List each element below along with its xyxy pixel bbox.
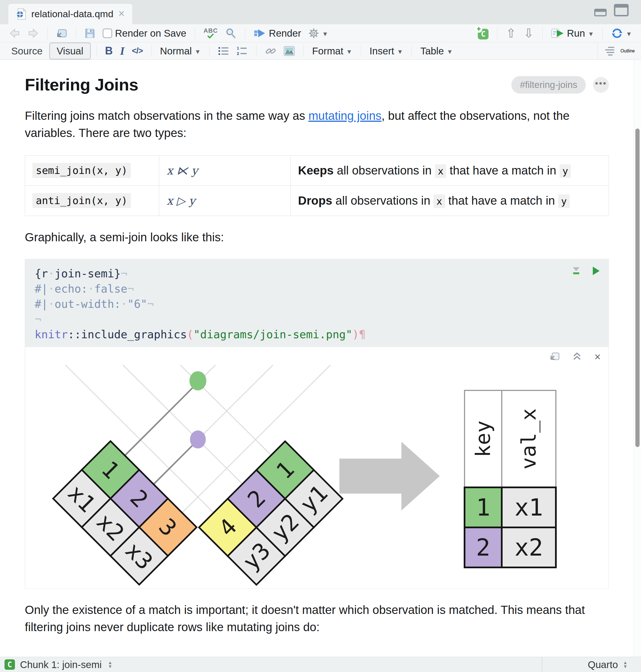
run-label: Run (567, 28, 585, 39)
run-chunk-button[interactable] (592, 264, 600, 279)
link-icon (265, 46, 276, 56)
section-anchor-badge: #filtering-joins (512, 76, 586, 94)
gear-icon (309, 28, 319, 39)
tab-relational-data[interactable]: relational-data.qmd × (8, 3, 133, 24)
forward-button[interactable] (25, 27, 42, 40)
chevron-down-icon: ▼ (447, 46, 453, 56)
semi-join-math: x ⋉ y (159, 155, 291, 186)
mutating-joins-link[interactable]: mutating joins (309, 109, 381, 122)
vertical-scrollbar[interactable] (634, 60, 641, 657)
svg-text:2: 2 (476, 534, 490, 561)
visual-mode-button[interactable]: Visual (49, 43, 91, 59)
maximize-icon[interactable] (614, 4, 629, 16)
tab-bar: relational-data.qmd × (0, 0, 641, 24)
spellcheck-button[interactable]: ABC (201, 27, 221, 40)
run-button[interactable]: Run ▼ (548, 27, 597, 40)
result-header-key: key (471, 421, 495, 457)
save-button[interactable] (82, 27, 98, 40)
chunk-line: ¬ (35, 312, 600, 327)
rerun-icon (611, 28, 623, 39)
rerun-button[interactable]: ▼ (608, 27, 635, 40)
paragraph-style-select[interactable]: Normal ▼ (157, 44, 204, 58)
show-in-new-window-button[interactable] (550, 352, 560, 362)
chevron-down-icon: ▼ (194, 46, 201, 56)
editor-pane: Filtering Joins #filtering-joins ••• Fil… (0, 60, 641, 657)
outline-label: Outline (620, 49, 635, 54)
svg-text:1: 1 (476, 494, 490, 521)
numbered-list-icon: 1 2 (236, 46, 248, 56)
bullet-list-icon (218, 46, 229, 56)
forward-arrow-icon (28, 28, 39, 38)
find-replace-button[interactable] (222, 27, 239, 40)
render-settings-button[interactable]: ▼ (305, 27, 331, 40)
code-icon: </> (132, 46, 143, 56)
collapse-output-button[interactable] (573, 352, 582, 362)
join-types-table: semi_join(x, y) x ⋉ y Keeps all observat… (25, 155, 609, 216)
quarto-file-icon (16, 8, 26, 20)
run-icon (551, 28, 564, 38)
navigate-next-chunk-button[interactable]: ⇩ (521, 25, 537, 41)
table-row-semi-join[interactable]: semi_join(x, y) x ⋉ y Keeps all observat… (25, 155, 609, 186)
save-icon (84, 28, 95, 39)
code-chunk: {r·join-semi}¬ #|·echo:·false¬ #|·out-wi… (25, 259, 609, 589)
italic-icon: I (120, 44, 125, 57)
chevron-down-icon: ▼ (346, 46, 352, 56)
closing-paragraph: Only the existence of a match is importa… (25, 602, 609, 636)
open-in-new-window-button[interactable] (53, 27, 70, 40)
source-mode-button[interactable]: Source (6, 43, 47, 59)
insert-image-button[interactable] (281, 45, 298, 57)
insert-chunk-button[interactable]: C + (473, 26, 491, 41)
bullet-list-button[interactable] (215, 45, 232, 57)
code-format-button[interactable]: </> (129, 45, 146, 57)
close-output-icon[interactable]: × (595, 352, 601, 362)
page-title: Filtering Joins (25, 75, 138, 94)
chevron-down-icon: ▼ (588, 29, 594, 38)
document-mode-selector[interactable]: Quarto ▲▼ (542, 657, 641, 672)
rstudio-window: relational-data.qmd × (0, 0, 641, 672)
outline-toggle[interactable]: Outline (598, 42, 635, 60)
semi-join-code: semi_join(x, y) (32, 163, 131, 178)
run-chunks-above-button[interactable] (571, 264, 581, 279)
graphically-paragraph: Graphically, a semi-join looks like this… (25, 229, 609, 246)
run-above-icon (571, 266, 581, 276)
status-bar: C Chunk 1: join-semi ▲▼ Quarto ▲▼ (0, 657, 641, 672)
render-button[interactable]: Render (251, 27, 304, 40)
table-menu[interactable]: Table ▼ (418, 44, 455, 58)
render-icon (254, 28, 266, 38)
format-menu[interactable]: Format ▼ (309, 44, 355, 58)
render-on-save-toggle[interactable]: Render on Save (100, 27, 189, 40)
minimize-icon[interactable] (594, 9, 606, 16)
bold-button[interactable]: B (102, 44, 115, 58)
chunk-navigate-icon[interactable]: ▲▼ (108, 661, 112, 669)
main-toolbar: Render on Save ABC Render (0, 24, 641, 42)
outline-icon (605, 46, 616, 56)
intro-paragraph: Filtering joins match observations in th… (25, 107, 609, 142)
popup-window-icon (56, 28, 67, 39)
insert-menu[interactable]: Insert ▼ (367, 44, 406, 58)
svg-text:2: 2 (237, 51, 239, 56)
insert-link-button[interactable] (262, 45, 279, 57)
navigate-prev-chunk-button[interactable]: ⇧ (503, 25, 519, 41)
scrollbar-thumb[interactable] (636, 128, 640, 447)
tab-close-icon[interactable]: × (118, 8, 125, 19)
chunk-line: #|·out-width:·"6"¬ (35, 297, 600, 312)
chunk-source[interactable]: {r·join-semi}¬ #|·echo:·false¬ #|·out-wi… (25, 259, 609, 347)
section-options-button[interactable]: ••• (593, 77, 609, 93)
chunk-output: × (25, 347, 609, 588)
anti-join-math: x ▷ y (159, 186, 291, 216)
image-icon (284, 46, 295, 56)
up-arrow-icon: ⇧ (506, 26, 516, 40)
chunk-line: #|·echo:·false¬ (35, 281, 600, 297)
chevron-down-icon: ▼ (322, 29, 328, 38)
numbered-list-button[interactable]: 1 2 (234, 45, 250, 57)
down-arrow-icon: ⇩ (523, 26, 534, 40)
back-arrow-icon (9, 28, 20, 38)
chunk-status-label[interactable]: Chunk 1: join-semi (20, 659, 102, 670)
spellcheck-icon: ABC (204, 28, 218, 39)
render-on-save-checkbox[interactable] (103, 28, 112, 38)
table-row-anti-join[interactable]: anti_join(x, y) x ▷ y Drops all observat… (25, 186, 609, 216)
back-button[interactable] (6, 27, 23, 40)
italic-button[interactable]: I (117, 43, 127, 59)
join-semi-diagram: 1 2 3 x1 x2 x3 (26, 348, 608, 588)
svg-text:1: 1 (237, 46, 239, 51)
